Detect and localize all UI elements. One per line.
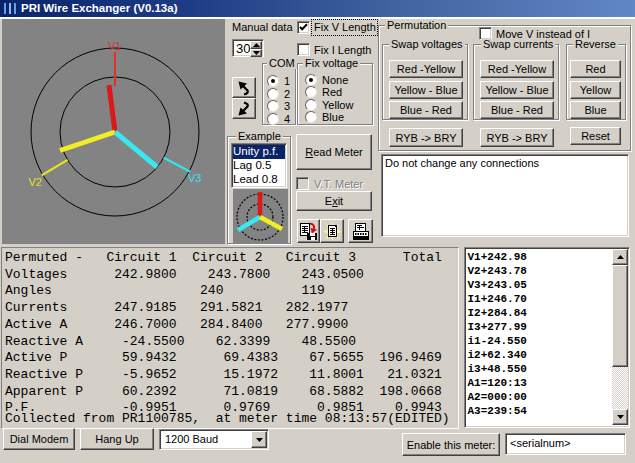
svg-text:V2: V2 [29,176,42,188]
svg-text:V3: V3 [188,172,201,184]
svg-text:V1: V1 [108,40,121,52]
